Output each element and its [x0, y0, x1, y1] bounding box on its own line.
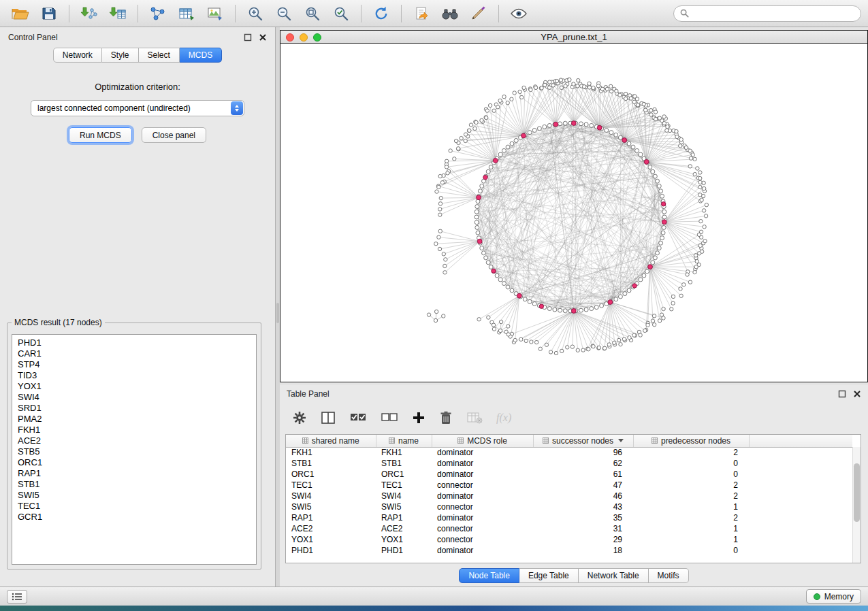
cell-successor-nodes[interactable]: 46: [533, 491, 633, 501]
cell-mcds-role[interactable]: dominator: [432, 447, 533, 458]
mcds-result-item[interactable]: SWI4: [12, 392, 256, 403]
cell-predecessor-nodes[interactable]: 1: [633, 534, 749, 545]
node-table-row[interactable]: SWI5SWI5connector431: [286, 501, 852, 512]
close-panel-icon[interactable]: [259, 33, 267, 42]
zoom-fit-button[interactable]: [299, 3, 326, 24]
mcds-result-list[interactable]: PHD1CAR1STP4TID3YOX1SWI4SRD1PMA2FKH1ACE2…: [12, 334, 257, 565]
cell-shared-name[interactable]: YOX1: [286, 534, 376, 545]
cell-successor-nodes[interactable]: 31: [533, 523, 633, 534]
column-header-name[interactable]: name: [376, 435, 432, 447]
cell-successor-nodes[interactable]: 61: [533, 469, 633, 480]
save-session-button[interactable]: [35, 3, 63, 24]
cell-shared-name[interactable]: FKH1: [286, 447, 376, 458]
control-panel-tab-select[interactable]: Select: [139, 48, 180, 63]
cell-predecessor-nodes[interactable]: 2: [633, 447, 749, 458]
cell-shared-name[interactable]: SWI5: [286, 501, 376, 512]
task-history-button[interactable]: [7, 590, 27, 604]
cell-successor-nodes[interactable]: 62: [533, 458, 633, 469]
splitter-grip[interactable]: [276, 303, 279, 323]
cell-name[interactable]: ACE2: [376, 523, 432, 534]
cell-successor-nodes[interactable]: 29: [533, 534, 633, 545]
cell-predecessor-nodes[interactable]: 2: [633, 491, 749, 501]
mcds-result-item[interactable]: PMA2: [12, 414, 256, 425]
node-table-row[interactable]: YOX1YOX1connector291: [286, 534, 852, 545]
cell-mcds-role[interactable]: dominator: [432, 469, 533, 480]
cell-name[interactable]: FKH1: [376, 447, 432, 458]
mcds-result-item[interactable]: CAR1: [12, 348, 256, 359]
add-column-button[interactable]: [412, 411, 425, 425]
node-table-row[interactable]: RAP1RAP1dominator352: [286, 512, 852, 523]
cell-mcds-role[interactable]: dominator: [432, 491, 533, 501]
select-all-button[interactable]: [349, 411, 367, 425]
mcds-result-item[interactable]: PHD1: [12, 337, 256, 348]
node-table-row[interactable]: FKH1FKH1dominator962: [286, 447, 852, 458]
mcds-result-item[interactable]: STB1: [12, 479, 256, 490]
mcds-result-item[interactable]: RAP1: [12, 468, 256, 479]
table-settings-button[interactable]: [292, 410, 307, 425]
cell-successor-nodes[interactable]: 18: [533, 545, 633, 556]
cell-name[interactable]: TEC1: [376, 480, 432, 491]
cell-mcds-role[interactable]: dominator: [432, 512, 533, 523]
cell-shared-name[interactable]: ORC1: [286, 469, 376, 480]
delete-column-button[interactable]: [439, 410, 453, 425]
export-image-button[interactable]: [202, 3, 229, 24]
node-table-row[interactable]: ORC1ORC1dominator610: [286, 469, 852, 480]
column-header-shared-name[interactable]: shared name: [286, 435, 376, 447]
table-tab-node-table[interactable]: Node Table: [459, 568, 519, 583]
cell-successor-nodes[interactable]: 35: [533, 512, 633, 523]
cell-name[interactable]: SWI5: [376, 501, 432, 512]
cell-successor-nodes[interactable]: 47: [533, 480, 633, 491]
float-panel-icon[interactable]: [838, 390, 846, 398]
control-panel-tab-mcds[interactable]: MCDS: [180, 48, 222, 63]
table-vertical-scrollbar[interactable]: [852, 447, 861, 563]
cell-mcds-role[interactable]: dominator: [432, 545, 533, 556]
node-table-row[interactable]: PHD1PHD1dominator180: [286, 545, 852, 556]
network-graph[interactable]: [280, 44, 867, 382]
mcds-result-item[interactable]: SWI5: [12, 490, 256, 501]
table-tab-motifs[interactable]: Motifs: [649, 568, 689, 583]
search-box[interactable]: [673, 5, 861, 22]
close-panel-button[interactable]: Close panel: [142, 127, 206, 143]
mcds-result-item[interactable]: GCR1: [12, 512, 256, 523]
cell-shared-name[interactable]: STB1: [286, 458, 376, 469]
import-table-button[interactable]: [104, 3, 131, 24]
sort-descending-icon[interactable]: [618, 439, 624, 442]
cell-predecessor-nodes[interactable]: 1: [633, 523, 749, 534]
cell-name[interactable]: YOX1: [376, 534, 432, 545]
float-panel-icon[interactable]: [244, 33, 252, 42]
node-table-row[interactable]: SWI4SWI4dominator462: [286, 491, 852, 501]
control-panel-tab-network[interactable]: Network: [53, 48, 102, 63]
cell-name[interactable]: STB1: [376, 458, 432, 469]
clone-network-button[interactable]: [408, 3, 435, 24]
cell-predecessor-nodes[interactable]: 1: [633, 501, 749, 512]
cell-name[interactable]: PHD1: [376, 545, 432, 556]
cell-shared-name[interactable]: TEC1: [286, 480, 376, 491]
cell-predecessor-nodes[interactable]: 0: [633, 469, 749, 480]
column-header-successor-nodes[interactable]: successor nodes: [533, 435, 633, 447]
cell-successor-nodes[interactable]: 43: [533, 501, 633, 512]
mcds-result-item[interactable]: SRD1: [12, 403, 256, 414]
run-mcds-button[interactable]: Run MCDS: [69, 127, 132, 143]
zoom-in-button[interactable]: [242, 3, 269, 24]
memory-button[interactable]: Memory: [806, 589, 861, 604]
cell-mcds-role[interactable]: connector: [432, 523, 533, 534]
find-button[interactable]: [436, 3, 464, 24]
cell-predecessor-nodes[interactable]: 0: [633, 458, 749, 469]
cell-predecessor-nodes[interactable]: 0: [633, 545, 749, 556]
cell-successor-nodes[interactable]: 96: [533, 447, 633, 458]
open-folder-button[interactable]: [7, 3, 34, 24]
criterion-dropdown[interactable]: largest connected component (undirected): [31, 100, 244, 116]
new-network-button[interactable]: [144, 3, 172, 24]
deselect-all-button[interactable]: [381, 411, 398, 425]
mcds-result-item[interactable]: TEC1: [12, 501, 256, 512]
cell-mcds-role[interactable]: connector: [432, 480, 533, 491]
cell-mcds-role[interactable]: dominator: [432, 458, 533, 469]
table-tab-edge-table[interactable]: Edge Table: [519, 568, 579, 583]
cell-mcds-role[interactable]: connector: [432, 501, 533, 512]
node-table-row[interactable]: ACE2ACE2connector311: [286, 523, 852, 534]
close-panel-icon[interactable]: [853, 390, 861, 398]
mcds-result-item[interactable]: FKH1: [12, 425, 256, 435]
import-network-button[interactable]: [76, 3, 103, 24]
mcds-result-item[interactable]: STB5: [12, 446, 256, 457]
cell-shared-name[interactable]: ACE2: [286, 523, 376, 534]
